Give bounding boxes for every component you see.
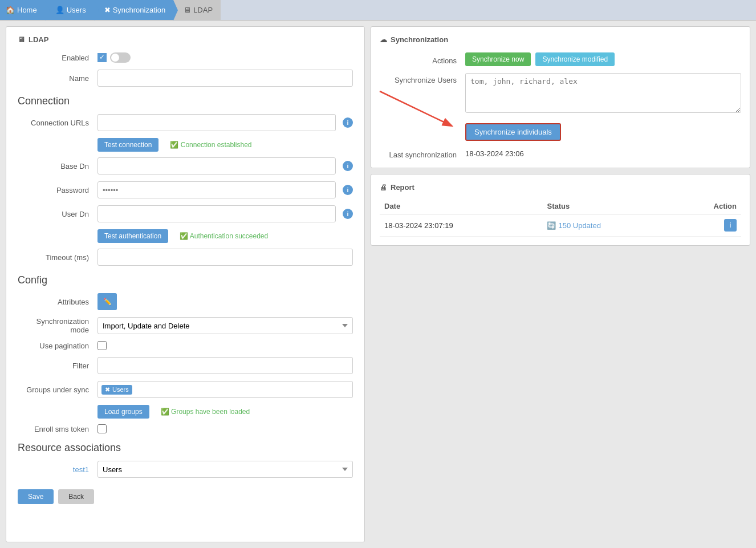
row-status: 🔄 150 Updated bbox=[542, 214, 674, 237]
test-connection-button[interactable]: Test connection bbox=[97, 138, 158, 152]
test-auth-button[interactable]: Test authentication bbox=[97, 229, 168, 243]
timeout-label: Timeout (ms) bbox=[18, 253, 97, 262]
attributes-row: Attributes ✏️ bbox=[18, 293, 353, 310]
connection-urls-label: Connection URLs bbox=[18, 119, 97, 127]
sync-now-button[interactable]: Synchronize now bbox=[465, 52, 531, 66]
sync-individuals-row: Synchronize individuals bbox=[465, 120, 741, 141]
groups-sync-row: Groups under sync ✖ Users bbox=[18, 381, 353, 398]
sync-status-icon: 🔄 bbox=[547, 221, 556, 230]
pagination-checkbox[interactable] bbox=[97, 341, 107, 350]
home-icon: 🏠 bbox=[6, 6, 15, 14]
report-title: 🖨 Report bbox=[380, 183, 741, 192]
enroll-sms-row: Enroll sms token bbox=[18, 424, 353, 433]
last-sync-row: Last synchronization 18-03-2024 23:06 bbox=[380, 148, 741, 159]
base-dn-input[interactable]: DC=test,DC=net bbox=[97, 157, 336, 174]
sync-mode-label: Synchronization mode bbox=[18, 317, 97, 334]
filter-input[interactable]: (&(telephoneNumber=*)(mail=*)) bbox=[97, 357, 353, 374]
attributes-edit-button[interactable]: ✏️ bbox=[97, 293, 117, 310]
base-dn-label: Base Dn bbox=[18, 162, 97, 171]
actions-row: Actions Synchronize now Synchronize modi… bbox=[380, 52, 741, 66]
col-action: Action bbox=[674, 198, 741, 214]
sync-modified-button[interactable]: Synchronize modified bbox=[535, 52, 615, 66]
check-icon-auth: ✅ bbox=[180, 232, 188, 240]
groups-sync-label: Groups under sync bbox=[18, 385, 97, 394]
save-button[interactable]: Save bbox=[18, 489, 54, 504]
sync-icon: ✖ bbox=[104, 6, 111, 14]
footer-buttons: Save Back bbox=[18, 489, 353, 504]
back-button[interactable]: Back bbox=[58, 489, 94, 504]
auth-status: ✅ Authentication succeeded bbox=[180, 232, 268, 240]
password-label: Password bbox=[18, 186, 97, 194]
breadcrumb: 🏠 Home 👤 Users ✖ Synchronization 🖥 LDAP bbox=[0, 0, 756, 21]
row-date: 18-03-2024 23:07:19 bbox=[380, 214, 542, 237]
resource-row: test1 Users Admins bbox=[18, 461, 353, 478]
groups-tag-input[interactable]: ✖ Users bbox=[97, 381, 353, 398]
sync-individuals-button[interactable]: Synchronize individuals bbox=[465, 123, 561, 141]
enabled-label: Enabled bbox=[18, 54, 97, 62]
filter-label: Filter bbox=[18, 362, 97, 370]
load-groups-row: Load groups ✅ Groups have been loaded bbox=[97, 405, 353, 419]
sync-card: ☁ Synchronization Actions Synchronize no… bbox=[371, 26, 750, 168]
panel-title: 🖥 LDAP bbox=[18, 35, 353, 44]
sync-card-title: ☁ Synchronization bbox=[380, 35, 741, 44]
sync-mode-row: Synchronization mode Import, Update and … bbox=[18, 317, 353, 334]
connection-status: ✅ Connection established bbox=[170, 141, 251, 149]
edit-icon: ✏️ bbox=[103, 298, 112, 306]
users-icon: 👤 bbox=[55, 6, 64, 14]
connection-urls-info-icon[interactable]: i bbox=[343, 117, 353, 128]
name-row: Name new bbox=[18, 70, 353, 87]
sync-card-icon: ☁ bbox=[380, 35, 387, 44]
connection-urls-row: Connection URLs ldaps://test.test.net:63… bbox=[18, 114, 353, 131]
row-info-button[interactable]: i bbox=[724, 219, 737, 232]
filter-row: Filter (&(telephoneNumber=*)(mail=*)) bbox=[18, 357, 353, 374]
check-icon-groups: ✅ bbox=[161, 408, 169, 416]
breadcrumb-home[interactable]: 🏠 Home bbox=[0, 0, 45, 20]
test-auth-row: Test authentication ✅ Authentication suc… bbox=[97, 229, 353, 243]
password-info-icon[interactable]: i bbox=[343, 185, 353, 195]
user-dn-label: User Dn bbox=[18, 210, 97, 218]
actions-label: Actions bbox=[380, 54, 465, 65]
user-dn-row: User Dn admin@test.net i bbox=[18, 205, 353, 222]
timeout-row: Timeout (ms) 14000 bbox=[18, 249, 353, 266]
resource-select[interactable]: Users Admins bbox=[97, 461, 353, 478]
sync-users-row: Synchronize Users bbox=[380, 73, 741, 113]
last-sync-label: Last synchronization bbox=[380, 148, 465, 159]
user-dn-input[interactable]: admin@test.net bbox=[97, 205, 336, 222]
check-icon: ✅ bbox=[170, 141, 178, 149]
enabled-checkbox[interactable] bbox=[97, 53, 107, 62]
sync-users-textarea[interactable] bbox=[465, 73, 741, 113]
enabled-row: Enabled bbox=[18, 52, 353, 63]
resource-heading: Resource associations bbox=[18, 442, 353, 454]
connection-heading: Connection bbox=[18, 95, 353, 107]
breadcrumb-ldap[interactable]: 🖥 LDAP bbox=[173, 0, 221, 20]
name-input[interactable]: new bbox=[97, 70, 353, 87]
timeout-input[interactable]: 14000 bbox=[97, 249, 353, 266]
user-dn-info-icon[interactable]: i bbox=[343, 209, 353, 219]
base-dn-info-icon[interactable]: i bbox=[343, 161, 353, 171]
groups-status: ✅ Groups have been loaded bbox=[161, 408, 250, 416]
enabled-slider[interactable] bbox=[110, 52, 131, 63]
pagination-row: Use pagination bbox=[18, 341, 353, 350]
sync-mode-select[interactable]: Import, Update and Delete Import and Upd… bbox=[97, 317, 353, 334]
users-tag: ✖ Users bbox=[101, 385, 132, 395]
base-dn-row: Base Dn DC=test,DC=net i bbox=[18, 157, 353, 174]
actions-buttons: Synchronize now Synchronize modified bbox=[465, 52, 615, 66]
breadcrumb-users[interactable]: 👤 Users bbox=[45, 0, 94, 20]
last-sync-value: 18-03-2024 23:06 bbox=[465, 149, 524, 158]
name-label: Name bbox=[18, 74, 97, 83]
password-input[interactable] bbox=[97, 181, 336, 198]
report-table: Date Status Action 18-03-2024 23:07:19 🔄… bbox=[380, 198, 741, 237]
col-date: Date bbox=[380, 198, 542, 214]
sync-tag-icon: ✖ bbox=[105, 386, 110, 393]
password-row: Password i bbox=[18, 181, 353, 198]
connection-urls-input[interactable]: ldaps://test.test.net:636 bbox=[97, 114, 336, 131]
pagination-label: Use pagination bbox=[18, 342, 97, 350]
enroll-sms-label: Enroll sms token bbox=[18, 425, 97, 433]
enabled-toggle[interactable] bbox=[97, 52, 131, 63]
config-heading: Config bbox=[18, 274, 353, 286]
resource-link[interactable]: test1 bbox=[73, 465, 89, 474]
row-action: i bbox=[674, 214, 741, 237]
enroll-sms-checkbox[interactable] bbox=[97, 424, 107, 433]
breadcrumb-sync[interactable]: ✖ Synchronization bbox=[94, 0, 174, 20]
load-groups-button[interactable]: Load groups bbox=[97, 405, 149, 419]
